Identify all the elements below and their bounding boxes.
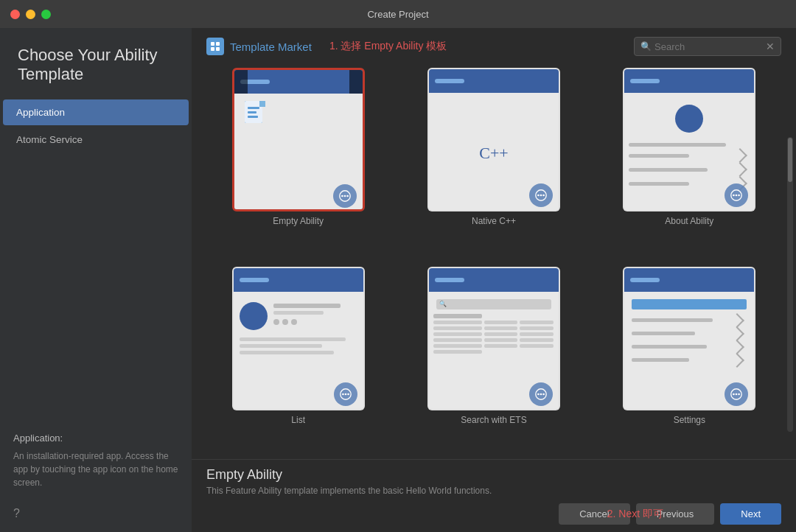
- template-item-list[interactable]: List: [206, 267, 390, 454]
- templates-grid: Empty Ability C++: [192, 62, 796, 459]
- next-button[interactable]: Next: [720, 503, 781, 525]
- card-badge-settings: [725, 382, 748, 406]
- svg-point-32: [736, 393, 738, 395]
- svg-rect-2: [211, 47, 214, 51]
- svg-point-17: [542, 195, 545, 197]
- svg-point-13: [346, 195, 349, 197]
- template-label-search: Search with ETS: [461, 415, 526, 425]
- card-header-settings: [624, 268, 754, 292]
- settings-lines: [629, 312, 750, 368]
- sidebar-item-application[interactable]: Application: [3, 99, 189, 125]
- card-header-about: [624, 69, 754, 93]
- template-label-native-cpp: Native C++: [472, 216, 516, 226]
- card-header-bar-list: [240, 278, 269, 282]
- template-market-button[interactable]: Template Market: [206, 38, 312, 55]
- svg-point-11: [341, 195, 343, 197]
- desc-text: An installation-required app. Access the…: [13, 449, 178, 489]
- svg-point-28: [540, 393, 542, 395]
- template-item-settings[interactable]: Settings: [598, 267, 781, 454]
- template-item-search[interactable]: 🔍: [402, 267, 585, 454]
- card-line-4: [629, 182, 689, 186]
- card-badge-list: [334, 382, 357, 406]
- svg-point-24: [344, 393, 346, 395]
- search-box[interactable]: 🔍 ✕: [634, 37, 781, 56]
- selected-template-info: Empty Ability This Feature Ability templ…: [192, 459, 796, 496]
- template-label-about-ability: About Ability: [665, 216, 713, 226]
- desc-title: Application:: [13, 433, 178, 444]
- content-area: Template Market 1. 选择 Empty Ability 模板 🔍…: [192, 28, 796, 532]
- card-header-search: [429, 268, 559, 292]
- minimize-button[interactable]: [26, 10, 35, 19]
- svg-point-19: [733, 195, 735, 197]
- template-card-list[interactable]: [232, 267, 365, 410]
- card-badge-cpp: [529, 183, 553, 207]
- card-header-bar-search: [435, 278, 464, 282]
- svg-rect-7: [248, 111, 256, 113]
- card-arrow-2: [733, 162, 747, 177]
- card-search-bar: 🔍: [436, 299, 551, 309]
- template-card-settings[interactable]: [623, 267, 755, 410]
- svg-rect-0: [211, 42, 214, 46]
- svg-point-27: [537, 393, 540, 395]
- card-badge-search: [529, 382, 553, 406]
- sidebar-item-atomic-service[interactable]: Atomic Service: [3, 127, 189, 153]
- template-card-empty-ability[interactable]: [232, 68, 365, 211]
- page-heading: Choose Your Ability Template: [0, 34, 192, 99]
- card-badge-empty-ability: [333, 184, 357, 208]
- svg-point-25: [347, 393, 349, 395]
- main-layout: Choose Your Ability Template Application…: [0, 28, 796, 532]
- template-label-empty-ability: Empty Ability: [273, 216, 324, 226]
- svg-rect-9: [259, 101, 265, 107]
- template-market-icon: [206, 38, 224, 55]
- template-item-native-cpp[interactable]: C++ Native C++: [402, 68, 585, 255]
- window-title: Create Project: [367, 9, 428, 20]
- search-icon: 🔍: [640, 41, 652, 52]
- svg-point-33: [739, 393, 741, 395]
- template-item-about-ability[interactable]: About Ability: [598, 68, 781, 255]
- template-item-empty-ability[interactable]: Empty Ability: [206, 68, 390, 255]
- maximize-button[interactable]: [41, 10, 51, 19]
- sidebar-description: Application: An installation-required ap…: [0, 421, 192, 532]
- svg-rect-1: [216, 42, 220, 46]
- template-label-list: List: [291, 415, 305, 425]
- card-header-bar-settings: [630, 278, 660, 282]
- footer: 2. Next 即可 Cancel Previous Next: [192, 496, 796, 532]
- svg-point-21: [739, 195, 741, 197]
- template-card-native-cpp[interactable]: C++: [427, 68, 560, 211]
- content-topbar: Template Market 1. 选择 Empty Ability 模板 🔍…: [192, 28, 796, 62]
- card-line-3: [629, 168, 708, 172]
- titlebar: Create Project: [0, 0, 796, 28]
- cpp-text: C++: [479, 144, 509, 163]
- svg-rect-8: [248, 116, 258, 118]
- card-icon-area: [234, 94, 363, 182]
- card-arrow: [733, 148, 747, 163]
- card-badge-about: [725, 183, 748, 207]
- card-header: [234, 70, 363, 94]
- template-market-label: Template Market: [230, 41, 312, 53]
- scrollbar-track[interactable]: [787, 137, 793, 432]
- search-input[interactable]: [654, 41, 765, 52]
- card-line-1: [629, 143, 725, 147]
- svg-point-16: [540, 195, 542, 197]
- help-icon[interactable]: ?: [13, 507, 178, 520]
- scrollbar-thumb[interactable]: [788, 138, 792, 182]
- svg-rect-3: [216, 47, 220, 51]
- selected-template-desc: This Feature Ability template implements…: [206, 486, 781, 496]
- doc-icon: [242, 101, 268, 136]
- card-line-2: [629, 154, 689, 158]
- svg-point-23: [342, 393, 344, 395]
- svg-rect-6: [248, 107, 259, 109]
- hint-text-2: 2. Next 即可: [607, 508, 663, 521]
- svg-point-20: [736, 195, 738, 197]
- svg-point-15: [537, 195, 540, 197]
- card-header-list: [234, 268, 363, 292]
- close-button[interactable]: [10, 10, 20, 19]
- settings-block: [632, 299, 747, 309]
- svg-point-29: [542, 393, 545, 395]
- window-controls: [10, 10, 51, 19]
- template-card-search[interactable]: 🔍: [427, 267, 560, 410]
- svg-point-12: [343, 195, 346, 197]
- template-card-about-ability[interactable]: [623, 68, 755, 211]
- card-header-cpp: [429, 69, 559, 93]
- clear-search-icon[interactable]: ✕: [766, 41, 775, 52]
